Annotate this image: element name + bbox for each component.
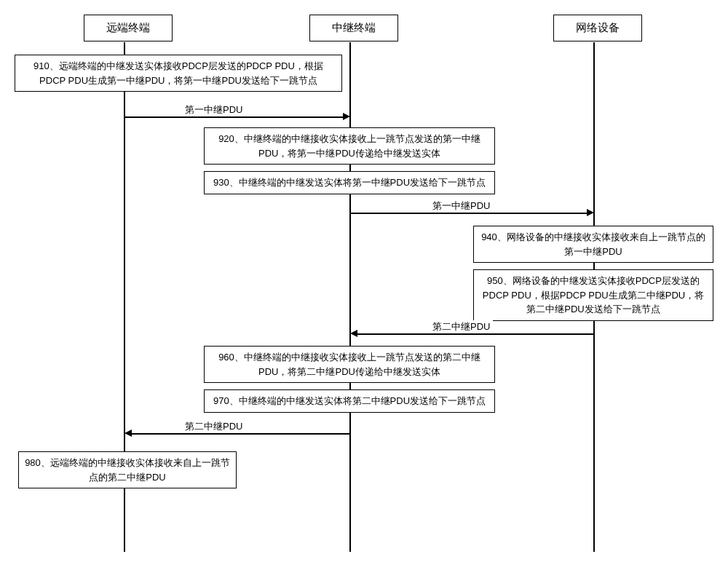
- step-980: 980、远端终端的中继接收实体接收来自上一跳节点的第二中继PDU: [18, 451, 237, 488]
- arrow-1-label: 第一中继PDU: [182, 103, 245, 116]
- participant-relay-terminal: 中继终端: [309, 15, 398, 41]
- arrow-4-label: 第二中继PDU: [182, 420, 245, 433]
- step-910: 910、远端终端的中继发送实体接收PDCP层发送的PDCP PDU，根据PDCP…: [15, 55, 342, 92]
- arrow-4-line: [131, 433, 349, 435]
- arrow-2-label: 第一中继PDU: [430, 199, 493, 213]
- arrow-2-line: [350, 213, 587, 214]
- arrow-4-head: [124, 430, 132, 437]
- step-930: 930、中继终端的中继发送实体将第一中继PDU发送给下一跳节点: [204, 171, 495, 194]
- step-920: 920、中继终端的中继接收实体接收上一跳节点发送的第一中继PDU，将第一中继PD…: [204, 127, 495, 165]
- participant-remote-terminal: 远端终端: [84, 15, 173, 41]
- arrow-3-line: [357, 333, 593, 335]
- step-970: 970、中继终端的中继发送实体将第二中继PDU发送给下一跳节点: [204, 389, 495, 413]
- arrow-2-head: [587, 209, 594, 216]
- arrow-3-head: [350, 330, 357, 337]
- arrow-3-label: 第二中继PDU: [430, 320, 493, 333]
- arrow-1-head: [343, 113, 350, 120]
- sequence-diagram: 远端终端 中继终端 网络设备 910、远端终端的中继发送实体接收PDCP层发送的…: [15, 15, 713, 555]
- arrow-1-line: [124, 116, 343, 118]
- step-940: 940、网络设备的中继接收实体接收来自上一跳节点的第一中继PDU: [473, 226, 713, 263]
- step-950: 950、网络设备的中继发送实体接收PDCP层发送的PDCP PDU，根据PDCP…: [473, 269, 713, 321]
- step-960: 960、中继终端的中继接收实体接收上一跳节点发送的第二中继PDU，将第二中继PD…: [204, 346, 495, 383]
- participant-network-device: 网络设备: [553, 15, 642, 41]
